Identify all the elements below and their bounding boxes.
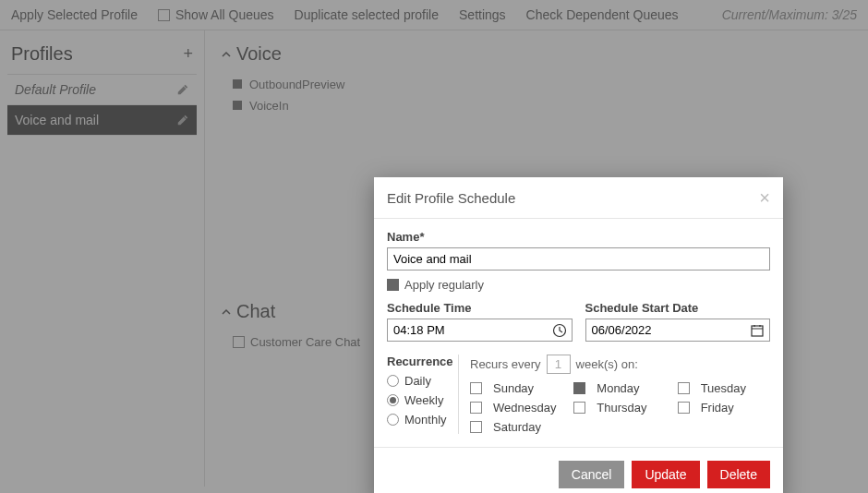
day-label: Saturday [493,420,541,434]
recurs-prefix: Recurs every [470,357,541,371]
date-label: Schedule Start Date [585,301,771,315]
checkbox-icon [470,402,482,414]
recurrence-section: Recurrence Daily Weekly Monthly Recurs e… [387,355,770,434]
recurrence-label: Recurrence [387,355,452,368]
time-label: Schedule Time [387,301,573,315]
day-label: Wednesday [493,401,556,415]
day-label: Thursday [597,401,646,415]
recurs-suffix: week(s) on: [576,357,638,371]
day-sunday[interactable]: Sunday [470,381,562,395]
name-label: Name* [387,230,770,244]
day-wednesday[interactable]: Wednesday [470,401,562,415]
day-thursday[interactable]: Thursday [573,401,666,415]
update-button[interactable]: Update [632,461,699,488]
freq-daily[interactable]: Daily [387,374,452,388]
day-label: Friday [701,401,734,415]
calendar-icon[interactable] [750,323,765,338]
checkbox-icon [470,421,482,433]
radio-label: Monthly [404,413,447,427]
delete-button[interactable]: Delete [707,461,770,488]
edit-schedule-modal: Edit Profile Schedule × Name* Apply regu… [374,177,783,493]
day-label: Monday [597,381,639,395]
cancel-button[interactable]: Cancel [559,461,625,488]
radio-icon [387,414,399,426]
radio-icon [387,375,399,387]
recurs-count-input[interactable] [547,355,571,374]
modal-footer: Cancel Update Delete [374,447,783,493]
checkbox-icon [387,279,399,291]
clock-icon[interactable] [552,323,567,338]
radio-label: Weekly [404,393,443,407]
checkbox-icon [678,402,690,414]
day-tuesday[interactable]: Tuesday [678,381,770,395]
close-icon[interactable]: × [759,188,770,207]
name-input[interactable] [387,247,770,271]
day-saturday[interactable]: Saturday [470,420,562,434]
freq-weekly[interactable]: Weekly [387,393,452,407]
svg-rect-1 [752,326,763,336]
modal-title: Edit Profile Schedule [387,190,515,206]
apply-label: Apply regularly [404,278,484,292]
checkbox-icon [573,382,585,394]
apply-regularly-toggle[interactable]: Apply regularly [387,278,770,292]
checkbox-icon [573,402,585,414]
checkbox-icon [678,382,690,394]
day-label: Tuesday [701,381,746,395]
time-input[interactable] [387,319,573,342]
radio-icon [387,394,399,406]
date-input[interactable] [585,319,771,342]
radio-label: Daily [404,374,431,388]
day-friday[interactable]: Friday [678,401,770,415]
day-label: Sunday [493,381,534,395]
modal-header: Edit Profile Schedule × [374,177,783,219]
checkbox-icon [470,382,482,394]
day-monday[interactable]: Monday [573,381,666,395]
modal-body: Name* Apply regularly Schedule Time Sche… [374,219,783,438]
freq-monthly[interactable]: Monthly [387,413,452,427]
